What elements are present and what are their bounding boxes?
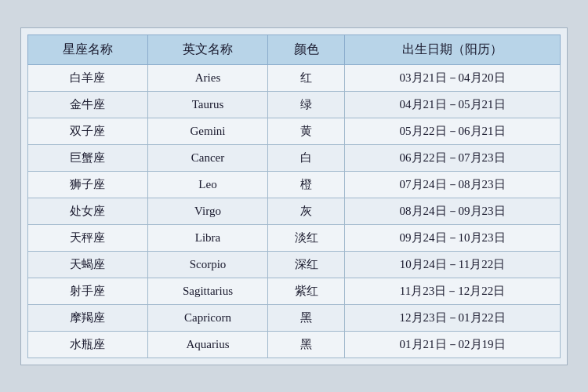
col-header-english: 英文名称 bbox=[147, 34, 267, 64]
cell-color: 淡红 bbox=[268, 224, 345, 251]
cell-english-name: Virgo bbox=[147, 198, 267, 224]
cell-color: 橙 bbox=[268, 171, 345, 198]
zodiac-table-container: 星座名称 英文名称 颜色 出生日期（阳历） 白羊座Aries红03月21日－04… bbox=[20, 27, 568, 365]
cell-english-name: Taurus bbox=[147, 91, 267, 118]
cell-dates: 08月24日－09月23日 bbox=[345, 198, 561, 224]
cell-color: 深红 bbox=[268, 251, 345, 278]
cell-dates: 09月24日－10月23日 bbox=[345, 224, 561, 251]
table-row: 射手座Sagittarius紫红11月23日－12月22日 bbox=[28, 278, 561, 304]
table-header-row: 星座名称 英文名称 颜色 出生日期（阳历） bbox=[28, 34, 561, 64]
col-header-color: 颜色 bbox=[268, 34, 345, 64]
zodiac-table: 星座名称 英文名称 颜色 出生日期（阳历） 白羊座Aries红03月21日－04… bbox=[27, 34, 561, 358]
table-row: 天秤座Libra淡红09月24日－10月23日 bbox=[28, 224, 561, 251]
cell-color: 黑 bbox=[268, 304, 345, 331]
cell-chinese-name: 双子座 bbox=[28, 118, 148, 144]
table-row: 水瓶座Aquarius黑01月21日－02月19日 bbox=[28, 331, 561, 358]
table-row: 处女座Virgo灰08月24日－09月23日 bbox=[28, 198, 561, 224]
cell-english-name: Sagittarius bbox=[147, 278, 267, 304]
cell-english-name: Aries bbox=[147, 64, 267, 91]
cell-chinese-name: 水瓶座 bbox=[28, 331, 148, 358]
cell-dates: 11月23日－12月22日 bbox=[345, 278, 561, 304]
cell-dates: 06月22日－07月23日 bbox=[345, 144, 561, 171]
table-row: 狮子座Leo橙07月24日－08月23日 bbox=[28, 171, 561, 198]
col-header-chinese: 星座名称 bbox=[28, 34, 148, 64]
table-row: 天蝎座Scorpio深红10月24日－11月22日 bbox=[28, 251, 561, 278]
cell-chinese-name: 处女座 bbox=[28, 198, 148, 224]
cell-color: 绿 bbox=[268, 91, 345, 118]
cell-english-name: Libra bbox=[147, 224, 267, 251]
table-row: 金牛座Taurus绿04月21日－05月21日 bbox=[28, 91, 561, 118]
cell-chinese-name: 金牛座 bbox=[28, 91, 148, 118]
cell-color: 紫红 bbox=[268, 278, 345, 304]
table-body: 白羊座Aries红03月21日－04月20日金牛座Taurus绿04月21日－0… bbox=[28, 64, 561, 358]
cell-color: 红 bbox=[268, 64, 345, 91]
table-row: 双子座Gemini黄05月22日－06月21日 bbox=[28, 118, 561, 144]
cell-color: 灰 bbox=[268, 198, 345, 224]
col-header-dates: 出生日期（阳历） bbox=[345, 34, 561, 64]
cell-english-name: Leo bbox=[147, 171, 267, 198]
cell-chinese-name: 天蝎座 bbox=[28, 251, 148, 278]
cell-chinese-name: 巨蟹座 bbox=[28, 144, 148, 171]
cell-english-name: Capricorn bbox=[147, 304, 267, 331]
table-row: 巨蟹座Cancer白06月22日－07月23日 bbox=[28, 144, 561, 171]
cell-color: 白 bbox=[268, 144, 345, 171]
cell-color: 黄 bbox=[268, 118, 345, 144]
cell-english-name: Scorpio bbox=[147, 251, 267, 278]
cell-dates: 05月22日－06月21日 bbox=[345, 118, 561, 144]
cell-english-name: Gemini bbox=[147, 118, 267, 144]
table-row: 摩羯座Capricorn黑12月23日－01月22日 bbox=[28, 304, 561, 331]
cell-chinese-name: 白羊座 bbox=[28, 64, 148, 91]
cell-chinese-name: 狮子座 bbox=[28, 171, 148, 198]
cell-dates: 04月21日－05月21日 bbox=[345, 91, 561, 118]
cell-dates: 12月23日－01月22日 bbox=[345, 304, 561, 331]
cell-dates: 03月21日－04月20日 bbox=[345, 64, 561, 91]
cell-chinese-name: 天秤座 bbox=[28, 224, 148, 251]
cell-dates: 01月21日－02月19日 bbox=[345, 331, 561, 358]
cell-dates: 07月24日－08月23日 bbox=[345, 171, 561, 198]
cell-english-name: Aquarius bbox=[147, 331, 267, 358]
cell-dates: 10月24日－11月22日 bbox=[345, 251, 561, 278]
cell-chinese-name: 射手座 bbox=[28, 278, 148, 304]
cell-color: 黑 bbox=[268, 331, 345, 358]
cell-english-name: Cancer bbox=[147, 144, 267, 171]
table-row: 白羊座Aries红03月21日－04月20日 bbox=[28, 64, 561, 91]
cell-chinese-name: 摩羯座 bbox=[28, 304, 148, 331]
